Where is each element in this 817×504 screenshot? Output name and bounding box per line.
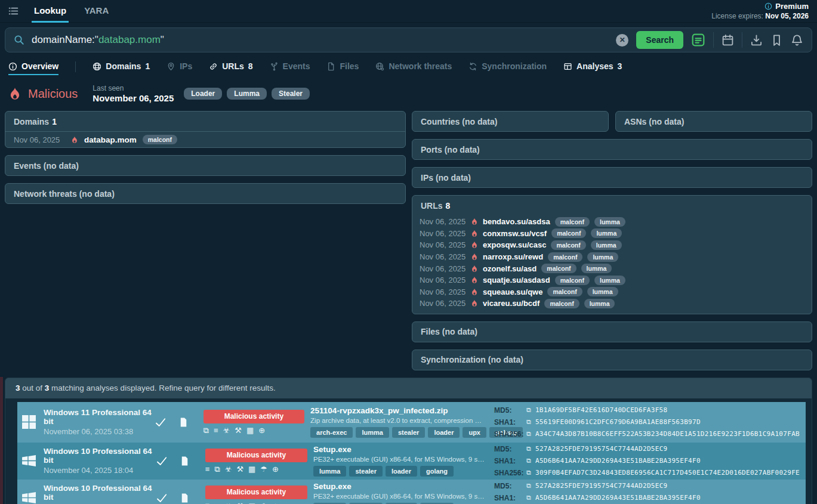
tag-lumma[interactable]: lumma — [587, 287, 618, 296]
analysis-file-name[interactable]: 251104-rvpzxadk3x_pw_infected.zip — [310, 406, 489, 415]
copy-icon[interactable]: ⧉ — [526, 494, 531, 502]
domain-row[interactable]: Nov 06, 2025 databap.mom malconf — [5, 131, 405, 147]
url-row[interactable]: Nov 06, 2025 narroxp.su/rewd malconf lum… — [420, 251, 804, 263]
tag-malconf[interactable]: malconf — [555, 217, 590, 227]
search-input[interactable]: domainName:"databap.mom" — [32, 34, 164, 46]
report-icon[interactable]: ≡ — [214, 426, 218, 435]
tab-analyses[interactable]: Analyses3 — [563, 58, 622, 75]
md5-value[interactable]: 527A2825FDE79195754C7744AD2D5EC9 — [535, 482, 668, 490]
search-button[interactable]: Search — [636, 31, 683, 49]
tab-network-threats[interactable]: Network threats — [375, 58, 452, 75]
copy-icon[interactable]: ⧉ — [526, 469, 531, 477]
binary-report-icon[interactable]: ▦ — [248, 465, 255, 474]
analysis-tag[interactable]: arch-exec — [310, 427, 353, 438]
tab-domains[interactable]: Domains1 — [93, 58, 150, 75]
malicious-activity-badge[interactable]: Malicious activity — [204, 410, 304, 423]
analysis-tag[interactable]: loader — [386, 466, 417, 477]
sha256-value[interactable]: 309F0B4EFAD7C3D24843ED8E6956CA1C717D450E… — [535, 469, 800, 477]
analysis-tag[interactable]: loader — [428, 427, 460, 438]
url-value[interactable]: squatje.su/asdasd — [483, 276, 550, 285]
sha1-value[interactable]: 55619FE00D961C2DFC679D6A9BA1AE88F563B97D — [535, 418, 701, 426]
query-templates-icon[interactable] — [691, 33, 705, 47]
bookmark-icon[interactable] — [770, 34, 783, 47]
url-value[interactable]: bendavo.su/asdsa — [483, 217, 550, 226]
threat-tag[interactable]: Lumma — [227, 88, 267, 100]
document-icon[interactable] — [180, 491, 190, 504]
network-bug-icon[interactable]: ⊕ — [272, 465, 279, 474]
malicious-activity-badge[interactable]: Malicious activity — [205, 449, 307, 462]
copy-icon[interactable]: ⧉ — [526, 482, 531, 490]
document-icon[interactable] — [178, 416, 189, 429]
copy-icon[interactable]: ⧉ — [526, 457, 531, 465]
sha1-value[interactable]: A5D6B641AA7A29DD269A43E51BABE2BA395EF4F0 — [535, 494, 701, 502]
tab-files[interactable]: Files — [326, 58, 359, 75]
analysis-tag[interactable]: stealer — [392, 427, 425, 438]
analysis-tag[interactable]: stealer — [349, 466, 382, 477]
binary-report-icon[interactable]: ▦ — [246, 426, 254, 435]
analysis-row[interactable]: Windows 11 Professional 64 bit November … — [17, 402, 806, 443]
analysis-tag[interactable]: lumma — [356, 427, 389, 438]
tag-malconf[interactable]: malconf — [548, 252, 582, 262]
tag-malconf[interactable]: malconf — [541, 264, 576, 273]
nav-tab-lookup[interactable]: Lookup — [32, 0, 69, 23]
tag-malconf[interactable]: malconf — [551, 240, 585, 250]
url-value[interactable]: narroxp.su/rewd — [483, 252, 543, 261]
tag-lumma[interactable]: lumma — [591, 240, 622, 250]
sha256-value[interactable]: A34C74A3D87B10B8C6EFF522A53B234D84DE1A51… — [535, 430, 800, 438]
sha1-value[interactable]: A5D6B641AA7A29DD269A43E51BABE2BA395EF4F0 — [535, 457, 701, 465]
tag-lumma[interactable]: lumma — [591, 228, 622, 238]
url-row[interactable]: Nov 06, 2025 conxmsw.su/vcsf malconf lum… — [420, 228, 804, 240]
tag-lumma[interactable]: lumma — [594, 276, 625, 285]
url-row[interactable]: Nov 06, 2025 ozonelf.su/asd malconf lumm… — [420, 262, 804, 274]
document-icon[interactable] — [180, 454, 190, 468]
tag-malconf[interactable]: malconf — [551, 228, 586, 238]
report-icon[interactable]: ≡ — [205, 465, 210, 474]
md5-value[interactable]: 1B1A69DF5BF42E616D740DCED6FA3F58 — [535, 406, 668, 414]
spy-icon[interactable]: ☂ — [260, 465, 267, 474]
analysis-file-name[interactable]: Setup.exe — [313, 445, 489, 454]
tag-malconf[interactable]: malconf — [547, 287, 582, 296]
copy-icon[interactable]: ⧉ — [214, 465, 220, 474]
analysis-tag[interactable]: golang — [420, 466, 454, 477]
clear-search-button[interactable]: ✕ — [616, 34, 628, 47]
tag-malconf[interactable]: malconf — [143, 135, 177, 144]
tag-lumma[interactable]: lumma — [594, 217, 625, 227]
tab-ips[interactable]: IPs — [167, 58, 192, 75]
tab-urls[interactable]: URLs8 — [209, 58, 252, 75]
calendar-icon[interactable] — [722, 34, 734, 47]
nav-tab-yara[interactable]: YARA — [82, 0, 111, 23]
bell-icon[interactable] — [791, 34, 803, 47]
tools-icon[interactable]: ⚒ — [235, 426, 242, 435]
malicious-activity-badge[interactable]: Malicious activity — [205, 486, 307, 499]
tag-malconf[interactable]: malconf — [555, 276, 590, 285]
url-row[interactable]: Nov 06, 2025 exposqw.su/casc malconf lum… — [420, 239, 804, 251]
url-value[interactable]: conxmsw.su/vcsf — [483, 229, 547, 238]
md5-value[interactable]: 527A2825FDE79195754C7744AD2D5EC9 — [535, 445, 668, 453]
url-value[interactable]: vicareu.su/bcdf — [483, 299, 539, 308]
url-value[interactable]: squeaue.su/qwe — [483, 287, 542, 296]
url-row[interactable]: Nov 06, 2025 vicareu.su/bcdf malconf lum… — [420, 298, 804, 310]
domain-name[interactable]: databap.mom — [84, 135, 137, 144]
biohazard-icon[interactable]: ☣ — [225, 465, 232, 474]
url-value[interactable]: exposqw.su/casc — [483, 240, 546, 249]
network-bug-icon[interactable]: ⊕ — [258, 426, 265, 435]
analysis-row[interactable]: Windows 10 Professional 64 bit November … — [17, 443, 806, 480]
tag-lumma[interactable]: lumma — [581, 264, 612, 273]
copy-icon[interactable]: ⧉ — [204, 426, 209, 435]
tab-synchronization[interactable]: Synchronization — [468, 58, 547, 75]
biohazard-icon[interactable]: ☣ — [223, 426, 230, 435]
threat-tag[interactable]: Stealer — [272, 88, 310, 100]
tab-overview[interactable]: Overview — [8, 58, 58, 75]
tag-malconf[interactable]: malconf — [544, 299, 579, 308]
tag-lumma[interactable]: lumma — [587, 252, 618, 262]
copy-icon[interactable]: ⧉ — [526, 430, 531, 438]
analysis-tag[interactable]: lumma — [313, 466, 346, 477]
copy-icon[interactable]: ⧉ — [526, 406, 531, 414]
analysis-row[interactable]: Windows 10 Professional 64 bit November … — [17, 480, 806, 504]
download-icon[interactable] — [750, 34, 763, 47]
tab-events[interactable]: Events — [270, 58, 310, 75]
url-row[interactable]: Nov 06, 2025 squatje.su/asdasd malconf l… — [420, 274, 804, 286]
url-value[interactable]: ozonelf.su/asd — [483, 264, 537, 273]
tag-lumma[interactable]: lumma — [584, 299, 615, 308]
menu-icon[interactable] — [8, 6, 19, 16]
